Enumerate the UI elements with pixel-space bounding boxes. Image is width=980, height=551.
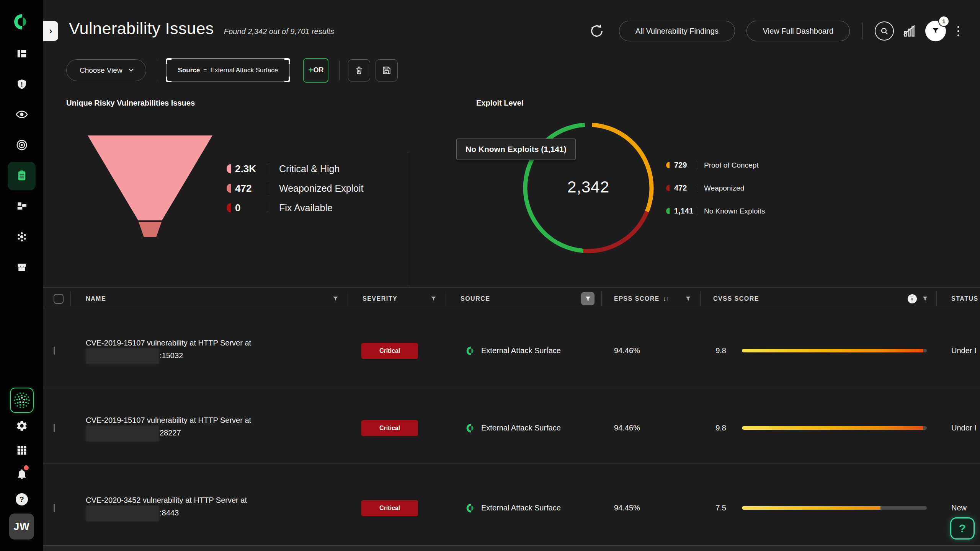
view-full-dashboard-button[interactable]: View Full Dashboard — [746, 21, 850, 41]
cvss-bar — [742, 349, 927, 352]
severity-badge: Critical — [361, 343, 418, 359]
chevron-down-icon — [129, 67, 134, 72]
table-row[interactable]: CVE-2019-15107 vulnerability at HTTP Ser… — [43, 387, 980, 464]
help-icon: ? — [16, 493, 28, 505]
filter-funnel-icon[interactable] — [922, 296, 928, 302]
filter-bar-divider-2 — [339, 61, 340, 80]
active-filter-button[interactable] — [581, 292, 595, 305]
funnel-segment-bottom — [139, 222, 162, 237]
legend-item: 472 Weaponized Exploit — [227, 182, 364, 195]
severity-badge: Critical — [361, 500, 418, 516]
chart-tooltip: No Known Exploits (1,141) — [456, 139, 576, 160]
legend-item: 729 Proof of Concept — [666, 160, 765, 170]
sidebar-item-risk[interactable] — [0, 74, 43, 95]
filters-button[interactable]: 1 — [925, 21, 946, 41]
select-all-cell — [43, 288, 70, 310]
sidebar-item-apps[interactable] — [0, 440, 43, 461]
topbar-divider — [862, 23, 862, 39]
redacted-host — [86, 425, 159, 442]
refresh-button[interactable] — [588, 23, 605, 39]
row-checkbox[interactable] — [54, 504, 55, 512]
info-icon[interactable]: i — [908, 294, 917, 303]
table-row[interactable]: CVE-2020-3452 vulnerability at HTTP Serv… — [43, 464, 980, 545]
charts-section-divider — [408, 152, 408, 286]
choose-view-dropdown[interactable]: Choose View — [66, 59, 146, 81]
row-checkbox[interactable] — [54, 424, 55, 432]
legend-item: 1,141 No Known Exploits — [666, 206, 765, 216]
save-view-button[interactable] — [376, 59, 398, 82]
sidebar-item-scan[interactable] — [10, 388, 34, 413]
cvss-bar — [742, 506, 927, 510]
avatar-initials: JW — [13, 521, 30, 533]
legend-marker — [666, 208, 670, 214]
vulnerability-name[interactable]: CVE-2019-15107 vulnerability at HTTP Ser… — [70, 415, 348, 442]
column-header-severity[interactable]: SEVERITY — [348, 288, 446, 310]
analytics-icon — [902, 23, 917, 39]
sidebar-item-focus[interactable] — [0, 135, 43, 155]
filter-funnel-icon[interactable] — [431, 296, 436, 302]
column-header-source[interactable]: SOURCE — [446, 288, 601, 310]
filter-chip-source[interactable]: Source = External Attack Surface — [166, 58, 291, 82]
exploit-level-title: Exploit Level — [476, 99, 523, 108]
eye-icon — [15, 108, 28, 121]
sort-indicator[interactable]: ↓ ↑ — [663, 295, 670, 302]
table-row[interactable]: CVE-2019-15107 vulnerability at HTTP Ser… — [43, 309, 980, 387]
cvss-score: 7.5 — [700, 504, 726, 512]
question-mark-icon: ? — [959, 522, 966, 535]
sidebar-item-marketplace[interactable] — [0, 257, 43, 278]
analytics-button[interactable] — [902, 23, 917, 39]
select-all-checkbox[interactable] — [54, 294, 64, 304]
epss-score: 94.46% — [601, 424, 700, 432]
source-label: External Attack Surface — [481, 424, 561, 432]
sidebar-item-dashboard[interactable] — [0, 43, 43, 64]
sidebar-item-visibility[interactable] — [0, 104, 43, 125]
redacted-host — [86, 505, 159, 522]
user-avatar[interactable]: JW — [9, 514, 34, 540]
column-header-name[interactable]: NAME — [70, 288, 348, 310]
legend-item: 0 Fix Available — [227, 201, 364, 214]
sidebar-item-settings[interactable] — [0, 416, 43, 436]
column-header-status[interactable]: STATUS — [936, 288, 980, 310]
column-header-cvss[interactable]: CVSS SCORE i — [700, 288, 936, 310]
shield-alert-icon — [16, 78, 28, 90]
network-nodes-icon — [16, 231, 28, 243]
brand-logo[interactable] — [0, 11, 43, 32]
trash-icon — [354, 65, 364, 76]
table-body: CVE-2019-15107 vulnerability at HTTP Ser… — [43, 309, 980, 545]
funnel-section-title: Unique Risky Vulnerabilities Issues — [66, 99, 195, 108]
external-attack-surface-icon — [466, 346, 476, 356]
source-label: External Attack Surface — [481, 346, 561, 355]
sidebar-item-integrations[interactable] — [0, 227, 43, 247]
help-widget-button[interactable]: ? — [950, 517, 975, 540]
bottom-scrollbar-track[interactable] — [43, 545, 980, 551]
funnel-segment-top — [88, 135, 212, 220]
column-header-epss[interactable]: EPSS SCORE ↓ ↑ — [601, 288, 700, 310]
donut-legend: 729 Proof of Concept 472 Weaponized 1,14… — [666, 160, 765, 229]
vulnerability-name[interactable]: CVE-2020-3452 vulnerability at HTTP Serv… — [70, 495, 348, 522]
legend-marker — [227, 203, 231, 212]
sidebar-item-notifications[interactable] — [0, 464, 43, 484]
target-icon — [16, 139, 28, 151]
sidebar-item-vulnerabilities-active[interactable] — [0, 165, 43, 186]
all-vulnerability-findings-button[interactable]: All Vulnerability Findings — [619, 21, 735, 41]
filter-icon — [931, 26, 940, 36]
epss-score: 94.46% — [601, 346, 700, 355]
epss-score: 94.45% — [601, 504, 700, 512]
gear-icon — [16, 420, 28, 432]
search-button[interactable] — [875, 21, 894, 41]
more-menu-button[interactable] — [956, 24, 961, 38]
sidebar-item-assets[interactable] — [0, 196, 43, 217]
filter-funnel-icon[interactable] — [333, 296, 338, 302]
apps-grid-icon — [16, 445, 28, 456]
delete-filter-button[interactable] — [348, 59, 370, 82]
redacted-host — [86, 348, 159, 364]
filter-funnel-icon — [585, 296, 591, 302]
add-or-condition-button[interactable]: +OR — [303, 58, 328, 83]
notification-badge-dot — [24, 465, 29, 470]
legend-item: 472 Weaponized — [666, 183, 765, 193]
filter-funnel-icon[interactable] — [685, 296, 691, 302]
sidebar-expand-button[interactable]: › — [43, 21, 58, 41]
vulnerability-name[interactable]: CVE-2019-15107 vulnerability at HTTP Ser… — [70, 337, 348, 364]
sidebar-item-help[interactable]: ? — [0, 489, 43, 510]
row-checkbox[interactable] — [54, 347, 55, 355]
